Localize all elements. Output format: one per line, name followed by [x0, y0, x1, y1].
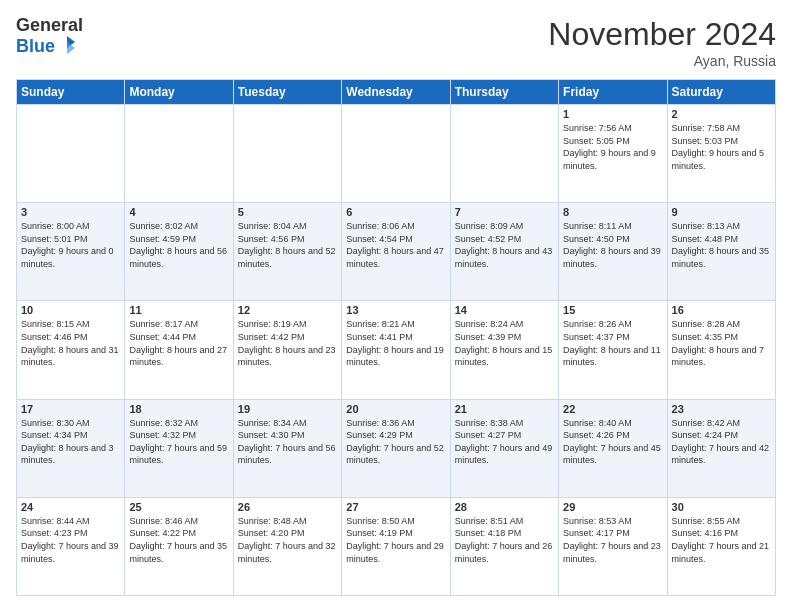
- day-info: Sunrise: 8:00 AM Sunset: 5:01 PM Dayligh…: [21, 220, 120, 270]
- calendar-body: 1Sunrise: 7:56 AM Sunset: 5:05 PM Daylig…: [17, 105, 776, 596]
- col-friday: Friday: [559, 80, 667, 105]
- calendar-header: Sunday Monday Tuesday Wednesday Thursday…: [17, 80, 776, 105]
- col-thursday: Thursday: [450, 80, 558, 105]
- col-monday: Monday: [125, 80, 233, 105]
- day-number: 8: [563, 206, 662, 218]
- day-info: Sunrise: 8:38 AM Sunset: 4:27 PM Dayligh…: [455, 417, 554, 467]
- calendar-cell: 22Sunrise: 8:40 AM Sunset: 4:26 PM Dayli…: [559, 399, 667, 497]
- day-number: 3: [21, 206, 120, 218]
- calendar-cell: 10Sunrise: 8:15 AM Sunset: 4:46 PM Dayli…: [17, 301, 125, 399]
- day-info: Sunrise: 8:42 AM Sunset: 4:24 PM Dayligh…: [672, 417, 771, 467]
- calendar-cell: 4Sunrise: 8:02 AM Sunset: 4:59 PM Daylig…: [125, 203, 233, 301]
- calendar-table: Sunday Monday Tuesday Wednesday Thursday…: [16, 79, 776, 596]
- day-info: Sunrise: 8:53 AM Sunset: 4:17 PM Dayligh…: [563, 515, 662, 565]
- day-info: Sunrise: 8:40 AM Sunset: 4:26 PM Dayligh…: [563, 417, 662, 467]
- day-info: Sunrise: 8:02 AM Sunset: 4:59 PM Dayligh…: [129, 220, 228, 270]
- calendar-cell: 23Sunrise: 8:42 AM Sunset: 4:24 PM Dayli…: [667, 399, 775, 497]
- day-number: 28: [455, 501, 554, 513]
- day-info: Sunrise: 8:13 AM Sunset: 4:48 PM Dayligh…: [672, 220, 771, 270]
- calendar-cell: 30Sunrise: 8:55 AM Sunset: 4:16 PM Dayli…: [667, 497, 775, 595]
- logo-text: General Blue: [16, 16, 83, 58]
- day-info: Sunrise: 8:30 AM Sunset: 4:34 PM Dayligh…: [21, 417, 120, 467]
- day-info: Sunrise: 8:11 AM Sunset: 4:50 PM Dayligh…: [563, 220, 662, 270]
- col-wednesday: Wednesday: [342, 80, 450, 105]
- day-info: Sunrise: 8:55 AM Sunset: 4:16 PM Dayligh…: [672, 515, 771, 565]
- day-number: 6: [346, 206, 445, 218]
- day-info: Sunrise: 8:48 AM Sunset: 4:20 PM Dayligh…: [238, 515, 337, 565]
- day-number: 4: [129, 206, 228, 218]
- logo: General Blue: [16, 16, 83, 58]
- location: Ayan, Russia: [548, 53, 776, 69]
- day-number: 2: [672, 108, 771, 120]
- calendar-cell: 2Sunrise: 7:58 AM Sunset: 5:03 PM Daylig…: [667, 105, 775, 203]
- col-sunday: Sunday: [17, 80, 125, 105]
- calendar-cell: [450, 105, 558, 203]
- day-number: 17: [21, 403, 120, 415]
- calendar-cell: 8Sunrise: 8:11 AM Sunset: 4:50 PM Daylig…: [559, 203, 667, 301]
- calendar-cell: [233, 105, 341, 203]
- day-number: 11: [129, 304, 228, 316]
- day-info: Sunrise: 7:56 AM Sunset: 5:05 PM Dayligh…: [563, 122, 662, 172]
- calendar-cell: 5Sunrise: 8:04 AM Sunset: 4:56 PM Daylig…: [233, 203, 341, 301]
- day-info: Sunrise: 8:24 AM Sunset: 4:39 PM Dayligh…: [455, 318, 554, 368]
- day-info: Sunrise: 8:21 AM Sunset: 4:41 PM Dayligh…: [346, 318, 445, 368]
- calendar-week-row: 24Sunrise: 8:44 AM Sunset: 4:23 PM Dayli…: [17, 497, 776, 595]
- calendar-cell: 15Sunrise: 8:26 AM Sunset: 4:37 PM Dayli…: [559, 301, 667, 399]
- day-info: Sunrise: 8:46 AM Sunset: 4:22 PM Dayligh…: [129, 515, 228, 565]
- day-number: 23: [672, 403, 771, 415]
- day-number: 14: [455, 304, 554, 316]
- day-info: Sunrise: 8:17 AM Sunset: 4:44 PM Dayligh…: [129, 318, 228, 368]
- day-number: 21: [455, 403, 554, 415]
- logo-general: General: [16, 16, 83, 34]
- calendar-week-row: 17Sunrise: 8:30 AM Sunset: 4:34 PM Dayli…: [17, 399, 776, 497]
- day-info: Sunrise: 7:58 AM Sunset: 5:03 PM Dayligh…: [672, 122, 771, 172]
- day-info: Sunrise: 8:19 AM Sunset: 4:42 PM Dayligh…: [238, 318, 337, 368]
- calendar-week-row: 1Sunrise: 7:56 AM Sunset: 5:05 PM Daylig…: [17, 105, 776, 203]
- calendar-cell: 14Sunrise: 8:24 AM Sunset: 4:39 PM Dayli…: [450, 301, 558, 399]
- calendar-cell: 19Sunrise: 8:34 AM Sunset: 4:30 PM Dayli…: [233, 399, 341, 497]
- calendar-cell: 27Sunrise: 8:50 AM Sunset: 4:19 PM Dayli…: [342, 497, 450, 595]
- day-number: 22: [563, 403, 662, 415]
- day-info: Sunrise: 8:50 AM Sunset: 4:19 PM Dayligh…: [346, 515, 445, 565]
- day-number: 27: [346, 501, 445, 513]
- calendar-cell: 12Sunrise: 8:19 AM Sunset: 4:42 PM Dayli…: [233, 301, 341, 399]
- calendar-cell: 16Sunrise: 8:28 AM Sunset: 4:35 PM Dayli…: [667, 301, 775, 399]
- day-number: 13: [346, 304, 445, 316]
- day-number: 15: [563, 304, 662, 316]
- month-title: November 2024: [548, 16, 776, 53]
- day-info: Sunrise: 8:26 AM Sunset: 4:37 PM Dayligh…: [563, 318, 662, 368]
- calendar-cell: 3Sunrise: 8:00 AM Sunset: 5:01 PM Daylig…: [17, 203, 125, 301]
- day-info: Sunrise: 8:51 AM Sunset: 4:18 PM Dayligh…: [455, 515, 554, 565]
- day-number: 9: [672, 206, 771, 218]
- page: General Blue November 2024 Ayan, Russia …: [0, 0, 792, 612]
- calendar-cell: 18Sunrise: 8:32 AM Sunset: 4:32 PM Dayli…: [125, 399, 233, 497]
- calendar-cell: 17Sunrise: 8:30 AM Sunset: 4:34 PM Dayli…: [17, 399, 125, 497]
- calendar-cell: 9Sunrise: 8:13 AM Sunset: 4:48 PM Daylig…: [667, 203, 775, 301]
- calendar-cell: 13Sunrise: 8:21 AM Sunset: 4:41 PM Dayli…: [342, 301, 450, 399]
- day-info: Sunrise: 8:04 AM Sunset: 4:56 PM Dayligh…: [238, 220, 337, 270]
- day-number: 24: [21, 501, 120, 513]
- day-number: 1: [563, 108, 662, 120]
- day-number: 25: [129, 501, 228, 513]
- day-info: Sunrise: 8:36 AM Sunset: 4:29 PM Dayligh…: [346, 417, 445, 467]
- calendar-cell: 20Sunrise: 8:36 AM Sunset: 4:29 PM Dayli…: [342, 399, 450, 497]
- day-number: 18: [129, 403, 228, 415]
- calendar-cell: 21Sunrise: 8:38 AM Sunset: 4:27 PM Dayli…: [450, 399, 558, 497]
- calendar-cell: 24Sunrise: 8:44 AM Sunset: 4:23 PM Dayli…: [17, 497, 125, 595]
- logo-blue: Blue: [16, 37, 55, 55]
- calendar-cell: 25Sunrise: 8:46 AM Sunset: 4:22 PM Dayli…: [125, 497, 233, 595]
- day-number: 5: [238, 206, 337, 218]
- calendar-cell: 6Sunrise: 8:06 AM Sunset: 4:54 PM Daylig…: [342, 203, 450, 301]
- calendar-cell: 1Sunrise: 7:56 AM Sunset: 5:05 PM Daylig…: [559, 105, 667, 203]
- calendar-cell: 11Sunrise: 8:17 AM Sunset: 4:44 PM Dayli…: [125, 301, 233, 399]
- calendar-cell: [125, 105, 233, 203]
- days-of-week-row: Sunday Monday Tuesday Wednesday Thursday…: [17, 80, 776, 105]
- title-section: November 2024 Ayan, Russia: [548, 16, 776, 69]
- day-number: 10: [21, 304, 120, 316]
- day-number: 30: [672, 501, 771, 513]
- day-number: 12: [238, 304, 337, 316]
- calendar-cell: 29Sunrise: 8:53 AM Sunset: 4:17 PM Dayli…: [559, 497, 667, 595]
- calendar-cell: 28Sunrise: 8:51 AM Sunset: 4:18 PM Dayli…: [450, 497, 558, 595]
- calendar-cell: [17, 105, 125, 203]
- day-info: Sunrise: 8:09 AM Sunset: 4:52 PM Dayligh…: [455, 220, 554, 270]
